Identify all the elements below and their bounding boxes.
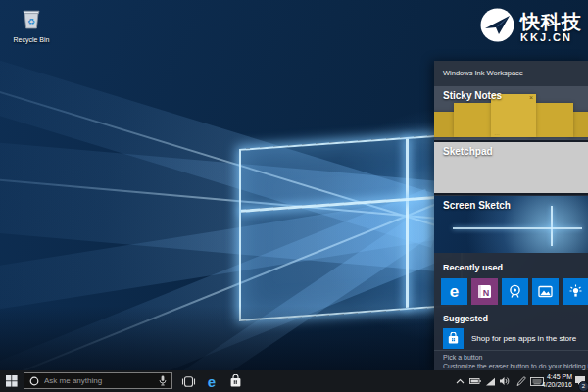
recycle-bin-label: Recycle Bin	[6, 36, 57, 43]
sticky-note	[530, 103, 573, 137]
kkj-logo-title: 快科技	[520, 12, 582, 31]
recently-used-label: Recently used	[443, 263, 503, 272]
microsoft-edge-icon: e	[208, 374, 216, 389]
windows-logo-icon	[6, 375, 18, 387]
battery-icon	[469, 377, 481, 385]
photos-icon[interactable]	[532, 278, 559, 305]
notification-badge: 2	[578, 381, 588, 392]
onenote-icon[interactable]: N	[471, 278, 498, 305]
tray-overflow-button[interactable]	[453, 370, 466, 392]
store-icon	[229, 374, 242, 388]
sticky-notes-section[interactable]: Sticky Notes + × …	[434, 86, 588, 140]
store-suggestion[interactable]: Shop for pen apps in the store	[443, 328, 576, 349]
sketchpad-title: Sketchpad	[443, 146, 493, 157]
taskbar: e	[0, 370, 588, 392]
windows-logo-wallpaper	[239, 133, 463, 321]
footer-divider	[434, 350, 588, 351]
microsoft-edge-icon[interactable]: e	[441, 278, 467, 305]
svg-text:♻: ♻	[27, 17, 35, 26]
kkj-watermark: 快科技 KKJ.CN	[479, 7, 582, 47]
note-close-icon[interactable]: ×	[529, 94, 533, 102]
pen-tray-button[interactable]	[513, 370, 528, 392]
cortana-icon	[29, 376, 39, 386]
screen-sketch-preview	[551, 206, 553, 246]
battery-tray-button[interactable]	[467, 370, 482, 392]
pick-button-label: Pick a button	[443, 354, 482, 361]
suggested-label: Suggested	[443, 314, 488, 323]
lightbulb-icon[interactable]	[563, 278, 588, 305]
screen-sketch-preview	[453, 227, 582, 229]
task-view-button[interactable]	[176, 370, 200, 392]
recycle-bin-shortcut[interactable]: ♻ Recycle Bin	[6, 6, 57, 43]
chevron-up-icon	[456, 378, 465, 384]
desktop: ♻ Recycle Bin 快科技 KKJ.CN Windows Ink Wor…	[0, 0, 588, 392]
taskbar-clock[interactable]: 4:45 PM 4/20/2016	[542, 370, 572, 392]
kkj-logo-icon	[479, 7, 515, 47]
network-tray-button[interactable]	[483, 370, 497, 392]
wifi-icon	[485, 377, 496, 386]
action-center-button[interactable]: 2	[572, 370, 588, 392]
sketchpad-section[interactable]: Sketchpad	[434, 142, 588, 193]
customize-hint: Customize the eraser button to do your b…	[443, 363, 588, 369]
store-icon[interactable]	[443, 328, 464, 349]
svg-text:N: N	[483, 288, 490, 298]
store-taskbar-button[interactable]	[223, 370, 247, 392]
search-input[interactable]	[44, 376, 154, 385]
speaker-icon	[499, 376, 510, 386]
clock-time: 4:45 PM	[547, 373, 572, 381]
clock-date: 4/20/2016	[542, 381, 572, 389]
store-suggestion-text: Shop for pen apps in the store	[471, 334, 576, 343]
note-menu-icon[interactable]: …	[494, 130, 500, 136]
recently-used-apps: e N	[441, 278, 588, 305]
start-button[interactable]	[2, 370, 22, 392]
kkj-logo-subtitle: KKJ.CN	[520, 31, 582, 43]
section-divider	[434, 193, 588, 195]
screen-sketch-title: Screen Sketch	[443, 200, 511, 211]
camera-icon[interactable]	[502, 278, 528, 305]
ink-workspace-header: Windows Ink Workspace	[434, 61, 588, 86]
edge-taskbar-button[interactable]: e	[200, 370, 223, 392]
sticky-notes-title: Sticky Notes	[443, 90, 502, 101]
pen-icon	[515, 376, 526, 387]
recycle-bin-icon[interactable]: ♻	[19, 18, 44, 34]
screen-sketch-section[interactable]: Screen Sketch	[434, 196, 588, 253]
cortana-search-box[interactable]	[24, 372, 172, 389]
volume-tray-button[interactable]	[497, 370, 512, 392]
windows-ink-workspace-panel: Windows Ink Workspace Sticky Notes + × ……	[434, 61, 588, 370]
task-view-icon	[181, 376, 196, 387]
microphone-icon	[159, 375, 167, 386]
